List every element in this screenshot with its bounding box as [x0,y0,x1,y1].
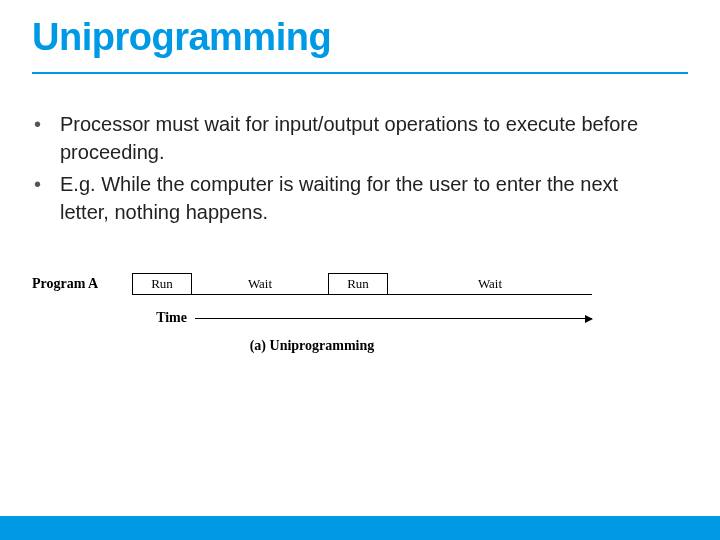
list-item: • E.g. While the computer is waiting for… [32,170,672,226]
time-label: Time [32,310,195,326]
slide: Uniprogramming • Processor must wait for… [0,0,720,540]
title-underline [32,72,688,74]
segment-wait: Wait [192,273,328,295]
figure-caption: (a) Uniprogramming [32,338,592,354]
bullet-marker: • [32,110,60,166]
time-axis: Time [32,308,592,328]
bullet-text: E.g. While the computer is waiting for t… [60,170,672,226]
page-title: Uniprogramming [32,16,331,59]
bullet-marker: • [32,170,60,226]
list-item: • Processor must wait for input/output o… [32,110,672,166]
segment-wait: Wait [388,273,592,295]
footer-accent-bar [0,516,720,540]
segment-run: Run [132,273,192,295]
content-area: • Processor must wait for input/output o… [32,110,672,230]
arrow-right-icon [195,318,592,319]
timeline-track: Run Wait Run Wait [132,273,592,295]
program-label: Program A [32,276,132,292]
segment-run: Run [328,273,388,295]
figure-uniprogramming: Program A Run Wait Run Wait Time (a) Uni… [32,270,592,354]
figure-row: Program A Run Wait Run Wait [32,270,592,298]
bullet-text: Processor must wait for input/output ope… [60,110,672,166]
baseline [132,294,592,295]
